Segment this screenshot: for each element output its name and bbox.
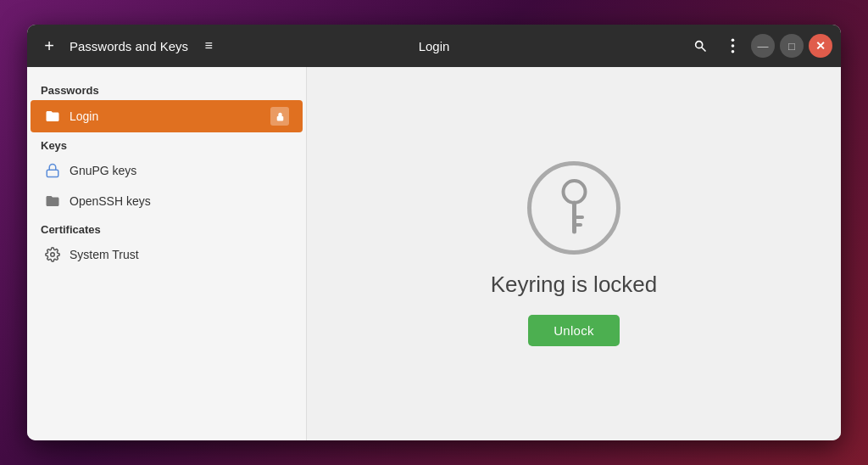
svg-point-3 <box>731 44 734 48</box>
minimize-button[interactable]: — <box>751 34 775 58</box>
passwords-section-title: Passwords <box>27 77 306 100</box>
certificates-section-title: Certificates <box>27 216 306 239</box>
main-window: + Passwords and Keys ≡ Login — □ ✕ <box>27 25 841 440</box>
vertical-dots-icon <box>731 38 735 53</box>
titlebar-left: + Passwords and Keys ≡ <box>36 32 687 59</box>
sidebar-item-openssh[interactable]: OpenSSH keys <box>31 186 303 216</box>
sidebar-item-system-trust[interactable]: System Trust <box>31 239 303 270</box>
sidebar-item-gnupg[interactable]: GnuPG keys <box>31 155 303 186</box>
more-options-button[interactable] <box>719 32 746 59</box>
svg-point-8 <box>563 181 585 203</box>
content-area: Keyring is locked Unlock <box>307 67 841 440</box>
add-button[interactable]: + <box>36 32 63 59</box>
sidebar-item-system-trust-label: System Trust <box>70 248 289 261</box>
unlock-button[interactable]: Unlock <box>528 315 620 346</box>
keyring-locked-text: Keyring is locked <box>491 272 658 298</box>
keyring-icon-circle <box>527 161 620 255</box>
app-title: Passwords and Keys <box>70 39 188 53</box>
close-button[interactable]: ✕ <box>809 34 832 58</box>
svg-point-2 <box>731 38 734 42</box>
lock-badge <box>270 107 289 126</box>
gnupg-icon <box>44 162 61 179</box>
openssh-folder-icon <box>44 193 61 210</box>
svg-rect-6 <box>47 170 58 176</box>
window-title: Login <box>419 39 450 53</box>
main-content: Passwords Login Keys <box>27 67 841 440</box>
lock-icon <box>275 111 286 122</box>
svg-point-4 <box>731 50 734 53</box>
svg-point-7 <box>51 253 55 257</box>
titlebar: + Passwords and Keys ≡ Login — □ ✕ <box>27 25 841 67</box>
sidebar-item-login[interactable]: Login <box>31 100 303 132</box>
svg-rect-5 <box>276 115 283 120</box>
seahorse-key-icon <box>551 176 598 240</box>
folder-icon <box>44 108 61 125</box>
sidebar: Passwords Login Keys <box>27 67 307 440</box>
system-trust-icon <box>44 246 61 263</box>
search-button[interactable] <box>687 32 714 59</box>
sidebar-item-login-label: Login <box>70 109 262 123</box>
svg-line-1 <box>702 48 705 51</box>
search-icon <box>693 39 707 53</box>
maximize-button[interactable]: □ <box>780 34 804 58</box>
sidebar-item-openssh-label: OpenSSH keys <box>70 194 289 208</box>
keys-section-title: Keys <box>27 132 306 155</box>
hamburger-button[interactable]: ≡ <box>195 32 222 59</box>
sidebar-item-gnupg-label: GnuPG keys <box>70 164 289 177</box>
titlebar-controls: — □ ✕ <box>687 32 832 59</box>
